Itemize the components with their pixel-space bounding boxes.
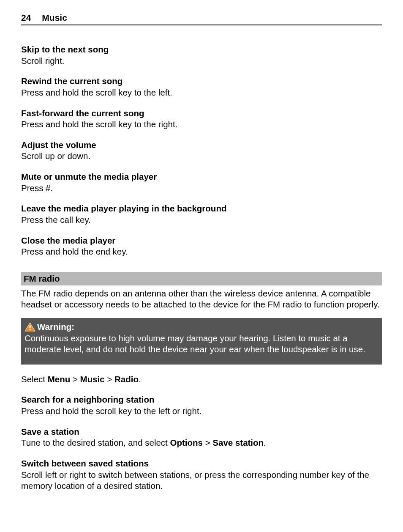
instruction-background: Leave the media player playing in the ba… — [21, 203, 382, 225]
instruction-mute: Mute or unmute the media player Press #. — [21, 171, 382, 194]
menu-path: Select Menu > Music > Radio. — [21, 374, 382, 385]
warning-icon — [25, 322, 35, 332]
path-prefix: Select — [21, 374, 48, 384]
instruction-switch-stations: Switch between saved stations Scroll lef… — [21, 458, 382, 492]
warning-body: Continuous exposure to high volume may d… — [25, 333, 378, 355]
warning-box: Warning: Continuous exposure to high vol… — [21, 318, 382, 365]
instruction-body: Scroll right. — [21, 55, 382, 67]
save-station-label: Save station — [212, 438, 264, 447]
instruction-volume: Adjust the volume Scroll up or down. — [21, 140, 382, 162]
instruction-title: Close the media player — [21, 235, 382, 247]
path-segment-menu: Menu — [48, 374, 71, 384]
instruction-body: Press #. — [21, 183, 382, 194]
document-page: 24 Music Skip to the next song Scroll ri… — [0, 0, 403, 532]
instruction-title: Fast-forward the current song — [21, 108, 382, 119]
page-number: 24 — [21, 13, 31, 23]
instruction-body: Scroll left or right to switch between s… — [21, 469, 382, 492]
instruction-body: Press and hold the end key. — [21, 246, 382, 258]
instruction-body: Scroll up or down. — [21, 151, 382, 162]
chapter-title: Music — [42, 13, 67, 23]
instruction-body: Press and hold the scroll key to the rig… — [21, 119, 382, 130]
warning-header: Warning: — [25, 321, 378, 333]
instruction-title: Rewind the current song — [21, 76, 382, 87]
instruction-title: Search for a neighboring station — [21, 394, 382, 406]
instruction-skip-next: Skip to the next song Scroll right. — [21, 44, 382, 66]
path-separator: > — [70, 374, 80, 384]
instruction-body: Tune to the desired station, and select … — [21, 437, 382, 449]
instruction-body: Press and hold the scroll key to the lef… — [21, 406, 382, 417]
instruction-title: Leave the media player playing in the ba… — [21, 203, 382, 214]
instruction-body: Press the call key. — [21, 214, 382, 226]
instruction-close: Close the media player Press and hold th… — [21, 235, 382, 258]
instruction-search-station: Search for a neighboring station Press a… — [21, 394, 382, 417]
save-suffix: . — [264, 438, 266, 447]
instruction-title: Skip to the next song — [21, 44, 382, 55]
instruction-save-station: Save a station Tune to the desired stati… — [21, 426, 382, 449]
fm-radio-intro: The FM radio depends on an antenna other… — [21, 288, 382, 310]
instruction-title: Adjust the volume — [21, 140, 382, 151]
path-segment-radio: Radio — [114, 374, 139, 384]
instruction-title: Save a station — [21, 426, 382, 438]
section-heading-fm-radio: FM radio — [21, 272, 382, 285]
save-separator: > — [203, 438, 212, 447]
path-segment-music: Music — [80, 374, 105, 384]
svg-rect-2 — [30, 329, 31, 330]
instruction-title: Switch between saved stations — [21, 458, 382, 469]
path-suffix: . — [139, 374, 141, 384]
svg-rect-1 — [30, 325, 31, 328]
warning-label: Warning: — [37, 321, 74, 333]
path-separator: > — [105, 374, 114, 384]
instruction-body: Press and hold the scroll key to the lef… — [21, 87, 382, 99]
instruction-rewind: Rewind the current song Press and hold t… — [21, 76, 382, 98]
instruction-title: Mute or unmute the media player — [21, 171, 382, 183]
instruction-fast-forward: Fast-forward the current song Press and … — [21, 108, 382, 130]
save-body-prefix: Tune to the desired station, and select — [21, 438, 170, 447]
running-header: 24 Music — [21, 13, 382, 25]
save-options: Options — [170, 438, 203, 447]
